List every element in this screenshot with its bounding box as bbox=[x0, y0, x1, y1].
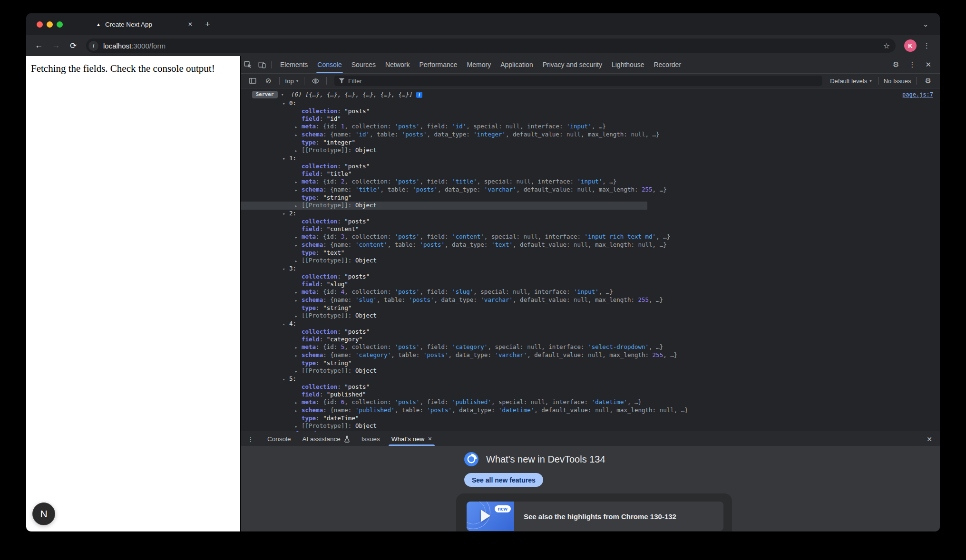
expand-icon[interactable]: ▸ bbox=[295, 186, 302, 194]
console-row: ▾2: bbox=[241, 210, 940, 218]
tab-performance[interactable]: Performance bbox=[414, 56, 462, 73]
console-row: ▸[[Prototype]]: Object bbox=[241, 367, 940, 375]
drawer-tab-what-s-new[interactable]: What's new✕ bbox=[386, 432, 438, 446]
expand-icon[interactable]: ▸ bbox=[295, 367, 302, 375]
text: , data_type: bbox=[445, 241, 491, 248]
text: 'text' bbox=[491, 241, 513, 248]
close-tab-icon[interactable]: ✕ bbox=[188, 21, 193, 28]
close-icon[interactable]: ✕ bbox=[428, 436, 432, 442]
expand-icon[interactable]: ▾ bbox=[283, 210, 289, 218]
devtools-close-icon[interactable]: ✕ bbox=[921, 60, 935, 69]
expand-icon[interactable]: ▸ bbox=[295, 289, 302, 296]
chevron-down-icon: ▾ bbox=[869, 78, 872, 83]
tab-lighthouse[interactable]: Lighthouse bbox=[607, 56, 649, 73]
device-toolbar-icon[interactable] bbox=[255, 58, 269, 71]
bookmark-star-icon[interactable]: ☆ bbox=[880, 41, 893, 50]
drawer-tab-console[interactable]: Console bbox=[262, 432, 297, 446]
drawer-close-icon[interactable]: ✕ bbox=[922, 435, 937, 443]
console-sidebar-icon[interactable] bbox=[245, 75, 260, 87]
expand-icon[interactable]: ▸ bbox=[295, 131, 302, 139]
expand-icon[interactable]: ▾ bbox=[281, 91, 288, 98]
expand-icon[interactable]: ▸ bbox=[295, 399, 302, 406]
expand-icon[interactable]: ▸ bbox=[295, 407, 302, 415]
filter-input[interactable] bbox=[348, 77, 818, 85]
tab-recorder[interactable]: Recorder bbox=[649, 56, 686, 73]
inspect-element-icon[interactable] bbox=[241, 58, 255, 71]
see-all-new-features-button[interactable]: See all new features bbox=[464, 473, 543, 487]
console-row: ▸meta: {id: 1, collection: 'posts', fiel… bbox=[241, 123, 940, 131]
expand-icon[interactable]: ▸ bbox=[295, 233, 302, 241]
expand-icon[interactable]: ▾ bbox=[283, 376, 289, 383]
text: : bbox=[323, 241, 330, 248]
expand-icon[interactable]: ▾ bbox=[283, 320, 289, 328]
tab-sources[interactable]: Sources bbox=[347, 56, 381, 73]
text: Object bbox=[355, 422, 377, 429]
tab-memory[interactable]: Memory bbox=[462, 56, 496, 73]
text: , table: bbox=[377, 296, 409, 303]
text: null bbox=[574, 241, 588, 248]
expand-icon[interactable]: ▸ bbox=[295, 297, 302, 304]
expand-icon[interactable]: ▸ bbox=[295, 344, 302, 351]
live-expression-eye-icon[interactable] bbox=[308, 75, 322, 87]
clear-console-icon[interactable]: ⊘ bbox=[262, 77, 275, 85]
minimize-window-button[interactable] bbox=[47, 21, 53, 28]
site-info-icon[interactable]: i bbox=[88, 41, 98, 51]
browser-tab[interactable]: ▲ Create Next App ✕ bbox=[91, 16, 197, 32]
text: 'input' bbox=[577, 178, 603, 185]
javascript-context-dropdown[interactable]: top▾ bbox=[283, 77, 301, 85]
tab-search-chevron-icon[interactable]: ⌄ bbox=[923, 20, 928, 28]
source-location-link[interactable]: page.js:7 bbox=[902, 91, 933, 98]
highlight-video-link[interactable]: new See also the highlights from Chrome … bbox=[467, 502, 723, 531]
expand-icon[interactable]: ▸ bbox=[295, 178, 302, 186]
devtools-settings-icon[interactable]: ⚙ bbox=[889, 60, 903, 69]
expand-icon[interactable]: ▸ bbox=[295, 202, 302, 210]
profile-avatar[interactable]: K bbox=[904, 39, 917, 52]
forward-button[interactable]: → bbox=[49, 39, 63, 53]
text: {id: bbox=[323, 343, 341, 350]
expand-icon[interactable]: ▸ bbox=[295, 312, 302, 320]
tab-application[interactable]: Application bbox=[496, 56, 538, 73]
tab-privacy-and-security[interactable]: Privacy and security bbox=[538, 56, 607, 73]
video-thumbnail[interactable]: new bbox=[467, 502, 514, 531]
tab-elements[interactable]: Elements bbox=[275, 56, 312, 73]
expand-icon[interactable]: ▸ bbox=[295, 241, 302, 249]
address-bar[interactable]: i localhost:3000/form ☆ bbox=[86, 39, 896, 53]
expand-icon[interactable]: ▸ bbox=[295, 147, 302, 154]
nextjs-dev-badge[interactable]: N bbox=[32, 502, 55, 525]
devtools-menu-icon[interactable]: ⋮ bbox=[905, 60, 919, 69]
new-tab-button[interactable]: + bbox=[205, 19, 210, 29]
divider bbox=[916, 77, 917, 85]
tab-console[interactable]: Console bbox=[312, 56, 346, 73]
console-filter[interactable] bbox=[334, 76, 822, 86]
expand-icon[interactable]: ▸ bbox=[295, 352, 302, 359]
expand-icon[interactable]: ▾ bbox=[283, 265, 289, 273]
text: 'posts' bbox=[420, 241, 445, 248]
back-button[interactable]: ← bbox=[32, 39, 46, 53]
expand-icon[interactable]: ▸ bbox=[295, 423, 302, 430]
issues-counter[interactable]: No Issues bbox=[884, 77, 911, 85]
expand-icon[interactable]: ▸ bbox=[295, 257, 302, 265]
text: null bbox=[595, 406, 609, 414]
zoom-window-button[interactable] bbox=[57, 21, 63, 28]
log-levels-dropdown[interactable]: Default levels▾ bbox=[828, 77, 874, 85]
text: 'datetime' bbox=[592, 398, 627, 406]
console-output[interactable]: Server▾(6) [{…}, {…}, {…}, {…}, {…}, {…}… bbox=[241, 88, 940, 432]
tab-network[interactable]: Network bbox=[381, 56, 414, 73]
expand-icon[interactable]: ▸ bbox=[295, 123, 302, 131]
array-preview[interactable]: (6) [{…}, {…}, {…}, {…}, {…}, {…}] bbox=[291, 91, 413, 98]
divider bbox=[326, 77, 327, 85]
expand-icon[interactable]: ▾ bbox=[283, 100, 289, 107]
reload-button[interactable]: ⟳ bbox=[66, 39, 80, 53]
expand-icon[interactable]: ▾ bbox=[283, 155, 289, 163]
text: , table: bbox=[388, 241, 420, 248]
close-window-button[interactable] bbox=[37, 21, 43, 28]
drawer-menu-icon[interactable]: ⋮ bbox=[244, 435, 258, 443]
drawer-tab-issues[interactable]: Issues bbox=[356, 432, 386, 446]
text: null bbox=[660, 406, 674, 414]
console-settings-icon[interactable]: ⚙ bbox=[921, 77, 935, 85]
drawer-tab-ai-assistance[interactable]: AI assistance bbox=[297, 432, 356, 446]
text: null bbox=[574, 296, 588, 303]
browser-menu-icon[interactable]: ⋮ bbox=[919, 41, 934, 50]
info-icon[interactable]: i bbox=[416, 92, 422, 98]
site-favicon-icon: ▲ bbox=[96, 22, 101, 27]
